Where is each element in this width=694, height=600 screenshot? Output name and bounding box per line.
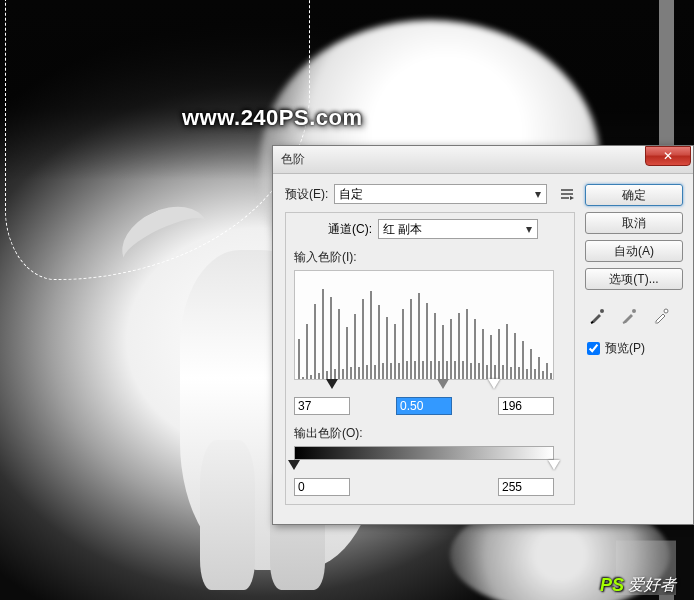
- midtone-slider-thumb[interactable]: [437, 379, 449, 389]
- dialog-title: 色阶: [281, 151, 645, 168]
- output-levels-slider[interactable]: [294, 460, 554, 474]
- svg-point-64: [600, 309, 604, 313]
- options-button[interactable]: 选项(T)...: [585, 268, 683, 290]
- shadow-slider-thumb[interactable]: [326, 379, 338, 389]
- levels-group: 通道(C): ▾ 输入色阶(I):: [285, 212, 575, 505]
- corner-watermark: PS 爱好者: [600, 575, 676, 596]
- watermark-text: 爱好者: [628, 575, 676, 596]
- preset-select[interactable]: [334, 184, 547, 204]
- cancel-button[interactable]: 取消: [585, 212, 683, 234]
- histogram: [294, 270, 554, 380]
- ok-button[interactable]: 确定: [585, 184, 683, 206]
- output-high-input[interactable]: [498, 478, 554, 496]
- highlight-slider-thumb[interactable]: [488, 379, 500, 389]
- window-close-button[interactable]: ✕: [645, 146, 691, 166]
- gray-point-eyedropper[interactable]: [621, 306, 639, 324]
- preset-menu-icon[interactable]: [559, 186, 575, 202]
- input-levels-slider[interactable]: [294, 379, 554, 393]
- output-gradient: [294, 446, 554, 460]
- preset-label: 预设(E):: [285, 186, 328, 203]
- watermark-ps: PS: [600, 575, 624, 596]
- shadow-input[interactable]: [294, 397, 350, 415]
- channel-select[interactable]: [378, 219, 538, 239]
- close-icon: ✕: [663, 149, 673, 163]
- svg-point-65: [632, 309, 636, 313]
- preview-checkbox-row[interactable]: 预览(P): [587, 340, 683, 357]
- input-levels-label: 输入色阶(I):: [294, 249, 566, 266]
- black-point-eyedropper[interactable]: [589, 306, 607, 324]
- white-point-eyedropper[interactable]: [653, 306, 671, 324]
- auto-button[interactable]: 自动(A): [585, 240, 683, 262]
- output-low-thumb[interactable]: [288, 460, 300, 470]
- dialog-titlebar[interactable]: 色阶 ✕: [273, 146, 693, 174]
- preview-label: 预览(P): [605, 340, 645, 357]
- midtone-input[interactable]: [396, 397, 452, 415]
- output-levels-label: 输出色阶(O):: [294, 425, 566, 442]
- svg-point-66: [664, 309, 668, 313]
- preview-checkbox[interactable]: [587, 342, 600, 355]
- output-low-input[interactable]: [294, 478, 350, 496]
- watermark-url: www.240PS.com: [182, 105, 363, 131]
- channel-label: 通道(C):: [328, 221, 372, 238]
- levels-dialog: 色阶 ✕ 预设(E): ▾ 通道(C):: [272, 145, 694, 525]
- highlight-input[interactable]: [498, 397, 554, 415]
- output-high-thumb[interactable]: [548, 460, 560, 470]
